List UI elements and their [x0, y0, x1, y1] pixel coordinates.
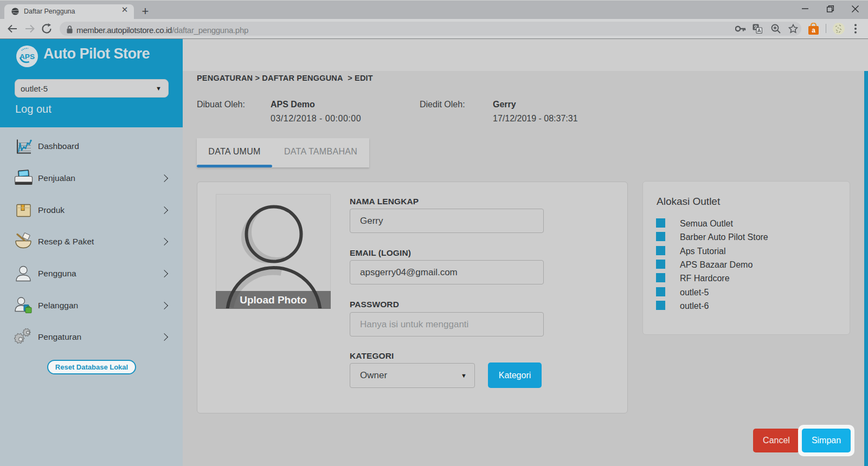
svg-text:a: a [812, 27, 815, 34]
